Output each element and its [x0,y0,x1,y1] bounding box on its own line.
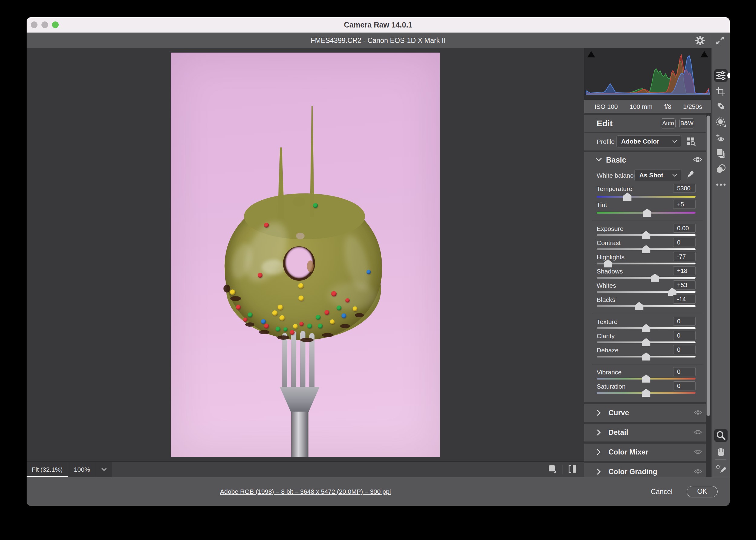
slider-value[interactable]: 0.00 [673,224,695,233]
section-color-mixer[interactable]: Color Mixer [584,444,711,461]
slider-thumb[interactable] [642,338,651,346]
slider-thumb[interactable] [642,374,651,383]
slider-track[interactable] [597,248,695,250]
slider-track[interactable] [597,196,695,198]
cancel-button[interactable]: Cancel [651,477,672,506]
slider-value[interactable]: -77 [673,252,695,261]
slider-dehaze: Dehaze0 [584,346,711,360]
slider-track[interactable] [597,291,695,293]
ok-button[interactable]: OK [687,486,718,497]
white-balance-eyedropper-icon[interactable] [685,170,695,181]
eye-icon[interactable] [694,429,702,436]
auto-button[interactable]: Auto [661,118,675,128]
workflow-options-link[interactable]: Adobe RGB (1998) – 8 bit – 3648 x 5472 (… [220,477,391,506]
eye-icon[interactable] [693,156,702,164]
slider-value[interactable]: +5 [673,200,695,209]
healing-tool-icon[interactable] [714,100,728,112]
eye-icon[interactable] [694,449,702,456]
slider-thumb[interactable] [643,208,652,217]
section-detail[interactable]: Detail [584,424,711,442]
sprinkle [258,273,263,278]
exif-info-bar: ISO 100 100 mm f/8 1/250s [584,100,711,113]
section-title: Curve [609,409,629,417]
sprinkle [345,298,350,303]
histogram[interactable] [584,48,711,100]
slider-thumb[interactable] [642,389,651,397]
slider-value[interactable]: +18 [673,266,695,275]
slider-thumb[interactable] [635,302,644,310]
slider-track[interactable] [597,212,695,214]
more-tool-icon[interactable] [714,178,728,191]
hand-tool-icon[interactable] [714,446,728,458]
chocolate-drip [224,285,230,293]
slider-track[interactable] [597,234,695,236]
slider-value[interactable]: +53 [673,280,695,290]
photo-preview[interactable] [171,53,440,457]
slider-thumb[interactable] [623,193,632,201]
sprinkle [331,291,336,297]
slider-track[interactable] [597,392,695,394]
section-curve[interactable]: Curve [584,404,711,422]
zoom-tool-icon[interactable] [714,429,728,442]
highlight-clipping-indicator[interactable] [700,50,709,58]
slider-value[interactable]: 0 [673,238,695,247]
color-sampler-tool-icon[interactable] [714,463,728,475]
chevron-right-icon [597,429,601,437]
slider-thumb[interactable] [642,352,651,360]
zoom-level-dropdown[interactable] [96,462,112,477]
shadow-clipping-indicator[interactable] [587,50,596,58]
slider-value[interactable]: 0 [673,367,695,376]
crop-tool-icon[interactable] [714,85,728,98]
zoom-fit-tab[interactable]: Fit (32.1%) [27,462,68,477]
slider-clarity: Clarity0 [584,332,711,346]
slider-track[interactable] [597,356,695,357]
slider-track[interactable] [597,263,695,264]
slider-track[interactable] [597,327,695,329]
slider-value[interactable]: -14 [673,295,695,304]
slider-value[interactable]: 0 [673,317,695,326]
eye-icon[interactable] [694,469,702,475]
fork-tine [282,333,287,388]
eye-icon[interactable] [694,409,702,417]
zoom-100-tab[interactable]: 100% [68,462,96,477]
footer-bar: Adobe RGB (1998) – 8 bit – 3648 x 5472 (… [27,477,730,506]
image-preview-area[interactable] [27,48,584,462]
slider-value[interactable]: 5300 [673,184,695,193]
slider-thumb[interactable] [642,231,651,239]
sprinkle [307,324,312,329]
slider-value[interactable]: 0 [673,345,695,354]
section-title: Detail [609,428,628,437]
section-color-grading[interactable]: Color Grading [584,463,711,477]
presets-tool-icon[interactable] [714,147,728,160]
before-after-view-icon[interactable] [568,465,578,475]
slider-thumb[interactable] [651,273,660,282]
settings-gear-icon[interactable] [695,35,705,46]
red-eye-tool-icon[interactable] [714,132,728,145]
chocolate-drip [259,330,270,334]
slider-label: Clarity [597,333,615,339]
profile-browser-icon[interactable] [686,137,695,147]
preview-settings-icon[interactable] [548,465,557,475]
slider-track[interactable] [597,341,695,343]
edit-sliders-tool-icon[interactable] [714,69,728,82]
profile-select[interactable]: Adobe Color [616,135,681,147]
donut-crumb [296,233,304,239]
scrollbar[interactable] [706,115,710,416]
slider-value[interactable]: 0 [673,381,695,390]
slider-thumb[interactable] [642,245,651,253]
fullscreen-toggle-icon[interactable] [715,36,725,45]
slider-track[interactable] [597,378,695,379]
chocolate-drip [230,296,241,301]
white-balance-value: As Shot [635,172,672,179]
bw-button[interactable]: B&W [679,118,694,128]
slider-track[interactable] [597,277,695,279]
sprinkle [278,305,283,310]
snapshots-tool-icon[interactable] [714,163,728,175]
white-balance-select[interactable]: As Shot [635,169,681,181]
slider-track[interactable] [597,305,695,307]
basic-section: Basic White balance As Shot [584,152,711,402]
slider-value[interactable]: 0 [673,331,695,340]
masking-tool-icon[interactable] [714,115,728,128]
basic-section-header[interactable]: Basic [584,152,711,167]
slider-thumb[interactable] [642,324,651,332]
